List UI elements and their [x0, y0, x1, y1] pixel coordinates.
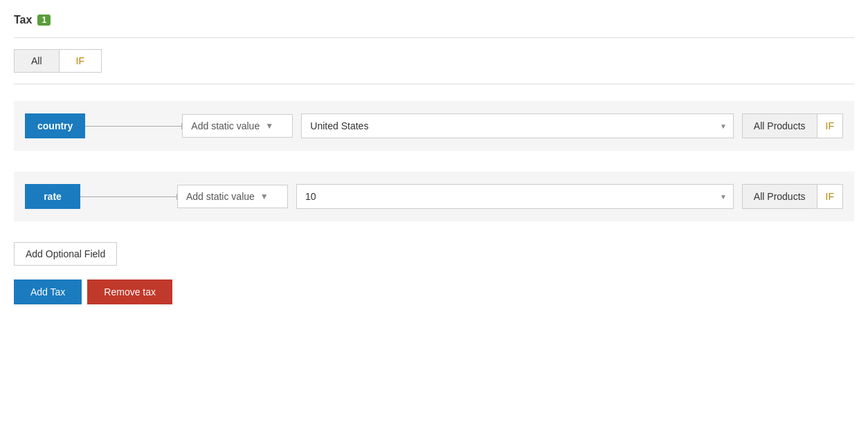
rate-if-label[interactable]: IF — [817, 184, 843, 209]
header-divider — [14, 37, 854, 38]
tabs-row: All IF — [14, 49, 854, 73]
rate-all-products-button[interactable]: All Products — [742, 184, 817, 209]
bottom-section: Add Optional Field Add Tax Remove tax — [14, 242, 854, 304]
rate-static-value-label: Add static value — [186, 191, 255, 202]
country-field-row: country Add static value ▼ United States… — [14, 101, 854, 151]
rate-value-wrapper — [296, 184, 734, 209]
section-divider — [14, 84, 854, 84]
rate-field-section: rate Add static value ▼ All Products IF — [14, 172, 854, 221]
country-right-controls: All Products IF — [742, 113, 843, 138]
country-value-wrapper: United States Canada United Kingdom Germ… — [301, 113, 734, 138]
country-field-section: country Add static value ▼ United States… — [14, 101, 854, 151]
tab-if[interactable]: IF — [59, 49, 102, 73]
rate-value-input[interactable] — [296, 184, 734, 209]
rate-dropdown-arrow-icon: ▼ — [260, 192, 269, 201]
rate-field-row: rate Add static value ▼ All Products IF — [14, 172, 854, 221]
rate-connector — [80, 196, 177, 197]
action-buttons: Add Tax Remove tax — [14, 279, 854, 304]
add-tax-button[interactable]: Add Tax — [14, 279, 82, 304]
rate-right-controls: All Products IF — [742, 184, 843, 209]
page-title: Tax — [14, 14, 32, 26]
tab-all[interactable]: All — [14, 49, 59, 73]
country-static-value-select[interactable]: Add static value ▼ — [182, 114, 293, 138]
rate-label-button[interactable]: rate — [25, 184, 80, 209]
country-value-select[interactable]: United States Canada United Kingdom Germ… — [301, 113, 734, 138]
country-static-value-label: Add static value — [191, 120, 260, 131]
remove-tax-button[interactable]: Remove tax — [87, 279, 172, 304]
rate-static-value-select[interactable]: Add static value ▼ — [177, 185, 288, 208]
country-all-products-button[interactable]: All Products — [742, 113, 817, 138]
tax-badge: 1 — [37, 15, 51, 26]
country-dropdown-arrow-icon: ▼ — [265, 121, 273, 131]
country-connector — [85, 126, 182, 127]
country-if-label[interactable]: IF — [817, 113, 843, 138]
country-label-button[interactable]: country — [25, 113, 85, 138]
add-optional-field-button[interactable]: Add Optional Field — [14, 242, 117, 266]
